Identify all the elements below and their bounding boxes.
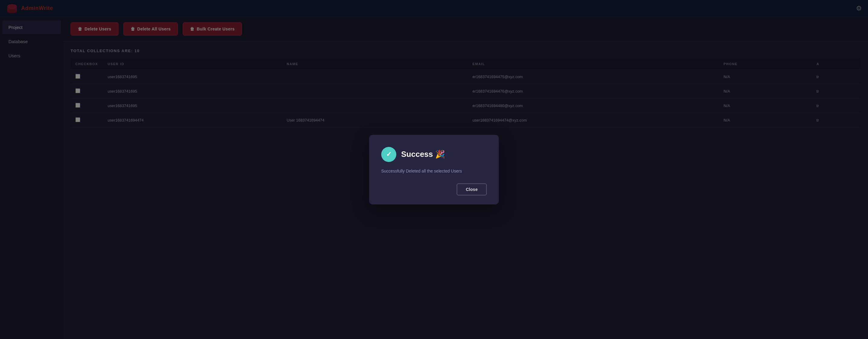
modal-message: Successfully Deleted all the selected Us… <box>381 168 487 174</box>
modal-title: Success 🎉 <box>401 150 445 159</box>
success-circle: ✓ <box>381 147 396 162</box>
modal-footer: Close <box>381 183 487 195</box>
modal-box: ✓ Success 🎉 Successfully Deleted all the… <box>369 135 499 205</box>
check-icon: ✓ <box>386 151 392 158</box>
modal-header: ✓ Success 🎉 <box>381 147 487 162</box>
close-button[interactable]: Close <box>457 183 487 195</box>
modal-overlay: ✓ Success 🎉 Successfully Deleted all the… <box>0 0 868 339</box>
